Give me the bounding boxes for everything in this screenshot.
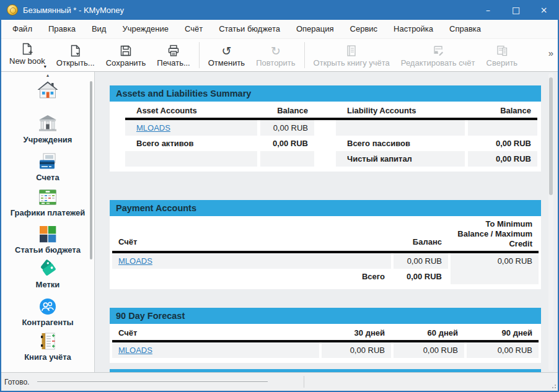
sidebar-scroll-up-icon[interactable]: ▴ [46, 73, 49, 78]
column-header: Balance [468, 103, 537, 118]
menu-tools[interactable]: Сервис [342, 20, 386, 38]
save-label: Сохранить [106, 58, 146, 68]
menubar: Файл Правка Вид Учреждение Счёт Статьи б… [1, 20, 558, 38]
empty-cell [451, 269, 539, 284]
sidebar-item-institutions-label: Учреждения [24, 135, 73, 144]
empty-cell [125, 151, 257, 167]
sidebar-item-accounts-label: Счета [36, 173, 59, 182]
column-header: Liability Accounts [336, 103, 465, 118]
column-header: Balance [260, 103, 314, 118]
table-header-row: Asset Accounts Balance Liability Account… [125, 103, 537, 118]
menu-help[interactable]: Справка [441, 20, 489, 38]
total-value: 0,00 RUB [260, 136, 314, 151]
table-row-totals: Всего 0,00 RUB [112, 269, 539, 284]
sidebar-item-tags[interactable]: Метки [7, 259, 88, 289]
open-ledger-button[interactable]: Открыть книгу учёта [308, 41, 395, 69]
maximize-button[interactable]: □ [502, 0, 530, 20]
section-body: Счёт Баланс To Minimum Balance / Maximum… [110, 216, 541, 289]
table-row: MLOADS 0,00 RUB [125, 120, 537, 136]
institutions-icon [38, 114, 58, 134]
new-document-icon [20, 41, 34, 56]
sidebar-item-ledgers[interactable]: Книга учёта [7, 331, 88, 362]
menu-file[interactable]: Файл [4, 20, 40, 38]
resize-grip[interactable] [550, 383, 556, 388]
menu-account[interactable]: Счёт [177, 20, 211, 38]
print-icon [167, 43, 180, 58]
reconcile-label: Сверить [486, 58, 518, 68]
sidebar-item-institutions[interactable]: Учреждения [7, 114, 88, 144]
column-header: 90 дней [467, 326, 539, 340]
forecast-30-value: 0,00 RUB [322, 342, 391, 358]
new-book-button[interactable]: New book ▾ [4, 40, 51, 71]
sidebar-item-payees-label: Контрагенты [22, 318, 73, 327]
menu-institution[interactable]: Учреждение [114, 20, 177, 38]
section-title: Payment Accounts [116, 203, 196, 213]
sidebar-item-payees[interactable]: Контрагенты [7, 297, 88, 327]
print-label: Печать... [157, 58, 190, 68]
menu-view[interactable]: Вид [84, 20, 115, 38]
sidebar-item-accounts[interactable]: Счета [7, 152, 88, 182]
save-icon [119, 43, 133, 58]
sidebar-item-categories-label: Статьи бюджета [15, 245, 81, 255]
schedules-icon [38, 187, 58, 207]
account-link-mloads[interactable]: MLOADS [118, 346, 152, 355]
toolbar: New book ▾ Открыть... Сохранить [1, 38, 558, 72]
column-header: Баланс [394, 235, 448, 251]
titlebar: Безымянный * - KMyMoney – □ × [1, 0, 558, 20]
app-window: Безымянный * - KMyMoney – □ × Файл Правк… [0, 0, 559, 392]
accounts-icon [38, 152, 58, 172]
section-body: Счёт 30 дней 60 дней 90 дней MLOADS 0,00… [110, 324, 541, 363]
reconcile-button[interactable]: Сверить [481, 41, 524, 69]
spacer-cell [317, 120, 335, 136]
sidebar-scrollbar-thumb[interactable] [90, 81, 92, 259]
total-value: 0,00 RUB [394, 269, 448, 284]
menu-settings[interactable]: Настройка [385, 20, 441, 38]
edit-account-button[interactable]: Редактировать счёт [395, 41, 481, 69]
open-label: Открыть... [56, 58, 95, 68]
undo-label: Отменить [208, 58, 245, 68]
minimize-button[interactable]: – [474, 0, 502, 20]
column-header: 30 дней [322, 326, 391, 340]
table-header-row: Счёт Баланс To Minimum Balance / Maximum… [112, 218, 539, 251]
view-sidebar: ▴ [1, 72, 95, 372]
menu-transaction[interactable]: Операция [288, 20, 342, 38]
close-button[interactable]: × [530, 0, 558, 20]
column-header: Счёт [112, 326, 319, 340]
net-worth-value: 0,00 RUB [468, 151, 537, 167]
table-header-row: Счёт 30 дней 60 дней 90 дней [112, 326, 539, 340]
toolbar-separator [199, 42, 200, 68]
save-button[interactable]: Сохранить [100, 41, 152, 69]
balance-value [468, 120, 537, 136]
table-row: MLOADS 0,00 RUB 0,00 RUB [112, 253, 539, 269]
account-link-mloads[interactable]: MLOADS [118, 256, 152, 266]
section-title: 90 Day Forecast [116, 311, 185, 321]
open-button[interactable]: Открыть... [51, 41, 100, 69]
open-document-icon [69, 43, 82, 58]
table-row-totals: Всего активов 0,00 RUB Всего пассивов 0,… [125, 136, 537, 151]
menu-edit[interactable]: Правка [40, 20, 84, 38]
empty-cell [260, 151, 314, 167]
ledgers-icon [38, 331, 58, 351]
sidebar-item-schedules-label: Графики платежей [11, 208, 86, 217]
sidebar-item-tags-label: Метки [36, 280, 60, 289]
column-header: Счёт [112, 235, 391, 251]
home-view: Assets and Liabilities Summary Asset Acc… [95, 72, 558, 372]
sidebar-item-home[interactable] [7, 81, 88, 102]
statusbar: Готово. [1, 372, 558, 391]
section-header: Payment Accounts [110, 200, 541, 216]
progress-bar-groove [37, 381, 268, 383]
spacer-cell [317, 103, 335, 118]
liability-label [336, 120, 465, 136]
account-link-mloads[interactable]: MLOADS [136, 123, 170, 133]
undo-button[interactable]: ↺ Отменить [203, 41, 250, 69]
sidebar-item-ledgers-label: Книга учёта [24, 352, 71, 362]
window-title: Безымянный * - KMyMoney [23, 6, 124, 15]
menu-categories[interactable]: Статьи бюджета [211, 20, 288, 38]
sidebar-item-categories[interactable]: Статьи бюджета [7, 224, 88, 255]
home-icon [36, 81, 59, 100]
sidebar-item-schedules[interactable]: Графики платежей [7, 187, 88, 217]
toolbar-overflow-button[interactable]: » [548, 48, 553, 58]
print-button[interactable]: Печать... [151, 41, 195, 69]
main-scrollbar-thumb[interactable] [549, 77, 553, 195]
redo-button[interactable]: ↻ Повторить [250, 41, 301, 69]
